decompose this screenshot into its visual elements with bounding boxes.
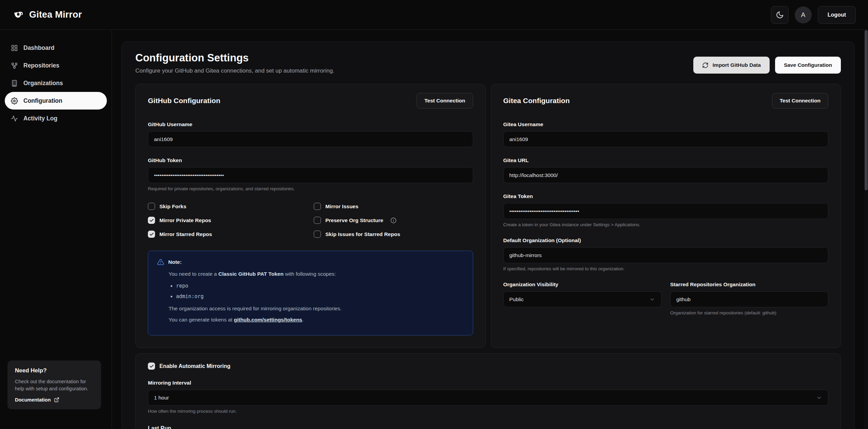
moon-icon <box>776 11 784 19</box>
sidebar-item-label: Activity Log <box>23 115 57 122</box>
note-generate: You can generate tokens at github.com/se… <box>169 316 464 324</box>
option-mirror-starred-repos[interactable]: Mirror Starred Repos <box>148 231 307 238</box>
gitea-token-help: Create a token in your Gitea instance un… <box>503 222 829 227</box>
scrollbar-track[interactable] <box>864 30 868 429</box>
import-button-label: Import GitHub Data <box>713 62 761 68</box>
chevron-down-icon <box>816 395 822 401</box>
option-mirror-private-repos[interactable]: Mirror Private Repos <box>148 217 307 224</box>
main-content: Configuration Settings Configure your Gi… <box>121 41 855 429</box>
user-avatar[interactable]: A <box>795 6 812 23</box>
scrollbar-thumb[interactable] <box>865 30 868 190</box>
github-token-help: Required for private repositories, organ… <box>148 186 473 191</box>
git-fork-icon <box>11 62 18 69</box>
chevron-down-icon <box>649 296 655 303</box>
github-username-input[interactable] <box>148 131 473 147</box>
alert-triangle-icon <box>157 258 164 266</box>
option-mirror-issues[interactable]: Mirror Issues <box>314 203 473 210</box>
starred-org-help: Organization for starred repositories (d… <box>670 310 828 315</box>
option-label: Mirror Starred Repos <box>159 231 212 237</box>
note-title: Note: <box>168 259 182 265</box>
mirroring-interval-select[interactable]: 1 hour <box>148 390 828 406</box>
page-subtitle: Configure your GitHub and Gitea connecti… <box>135 67 334 74</box>
org-visibility-select[interactable]: Public <box>503 291 661 307</box>
sidebar: Dashboard Repositories Organizations Con… <box>0 30 112 429</box>
github-token-input[interactable] <box>148 167 473 183</box>
github-card-title: GitHub Configuration <box>148 97 220 105</box>
gitea-token-label: Gitea Token <box>503 193 829 199</box>
gitea-test-connection-button[interactable]: Test Connection <box>772 93 828 109</box>
option-label: Preserve Org Structure <box>325 217 383 223</box>
sidebar-item-repositories[interactable]: Repositories <box>5 57 107 74</box>
checkbox-icon <box>148 231 155 238</box>
theme-toggle-button[interactable] <box>771 6 789 24</box>
logout-button[interactable]: Logout <box>818 6 856 24</box>
sidebar-item-dashboard[interactable]: Dashboard <box>5 39 107 57</box>
app-title: Gitea Mirror <box>29 9 82 20</box>
automatic-mirroring-card: Enable Automatic Mirroring Mirroring Int… <box>135 353 841 429</box>
mirroring-interval-value: 1 hour <box>154 395 169 401</box>
gitea-url-label: Gitea URL <box>503 157 829 163</box>
starred-org-label: Starred Repositories Organization <box>670 281 828 288</box>
checkbox-icon <box>314 231 321 238</box>
avatar-initial: A <box>801 11 805 19</box>
info-icon[interactable] <box>390 217 397 223</box>
refresh-icon <box>702 62 709 69</box>
gitea-configuration-card: Gitea Configuration Test Connection Gite… <box>491 84 841 348</box>
default-org-help: If specified, repositories will be mirro… <box>503 266 829 271</box>
option-label: Mirror Issues <box>325 203 358 210</box>
activity-pulse-icon <box>11 115 18 122</box>
need-help-title: Need Help? <box>15 367 94 374</box>
option-preserve-org-structure[interactable]: Preserve Org Structure <box>314 217 473 224</box>
checkbox-icon <box>314 217 321 224</box>
gitea-username-input[interactable] <box>503 131 829 147</box>
dashboard-grid-icon <box>11 44 18 52</box>
gitea-token-input[interactable] <box>503 203 829 219</box>
sidebar-item-label: Configuration <box>23 97 62 104</box>
import-github-data-button[interactable]: Import GitHub Data <box>693 57 770 74</box>
note-org-access: The organization access is required for … <box>169 305 464 312</box>
documentation-link-label: Documentation <box>15 397 51 403</box>
org-visibility-value: Public <box>509 296 524 303</box>
mirroring-interval-help: How often the mirroring process should r… <box>148 409 828 414</box>
gitea-cup-logo-icon <box>12 9 24 21</box>
sidebar-item-label: Organizations <box>23 80 63 87</box>
scope-repo: repo <box>176 282 464 290</box>
need-help-card: Need Help? Check out the documentation f… <box>7 360 101 409</box>
external-link-icon <box>54 397 59 403</box>
default-org-label: Default Organization (Optional) <box>503 237 829 243</box>
gitea-card-title: Gitea Configuration <box>503 97 570 105</box>
save-configuration-button[interactable]: Save Configuration <box>775 57 841 74</box>
tokens-settings-link[interactable]: github.com/settings/tokens <box>234 317 302 323</box>
option-label: Skip Issues for Starred Repos <box>325 231 400 237</box>
checkbox-icon <box>148 203 155 210</box>
github-username-label: GitHub Username <box>148 121 473 128</box>
option-skip-forks[interactable]: Skip Forks <box>148 203 307 210</box>
github-token-label: GitHub Token <box>148 157 473 163</box>
last-run-label: Last Run <box>148 425 828 429</box>
starred-org-input[interactable] <box>670 291 828 307</box>
building-icon <box>11 80 18 87</box>
brand: Gitea Mirror <box>12 9 82 21</box>
gitea-url-input[interactable] <box>503 167 829 183</box>
page-title: Configuration Settings <box>135 52 334 64</box>
sidebar-item-configuration[interactable]: Configuration <box>5 92 107 110</box>
checkbox-icon <box>314 203 321 210</box>
documentation-link[interactable]: Documentation <box>15 397 94 403</box>
option-skip-issues-starred[interactable]: Skip Issues for Starred Repos <box>314 231 473 238</box>
org-visibility-label: Organization Visibility <box>503 281 661 288</box>
github-configuration-card: GitHub Configuration Test Connection Git… <box>135 84 486 348</box>
need-help-body: Check out the documentation for help wit… <box>15 378 94 392</box>
sidebar-item-organizations[interactable]: Organizations <box>5 74 107 92</box>
sidebar-item-activity-log[interactable]: Activity Log <box>5 110 107 127</box>
gitea-username-label: Gitea Username <box>503 121 829 128</box>
top-navbar: Gitea Mirror A Logout <box>0 0 868 30</box>
default-org-input[interactable] <box>503 247 829 263</box>
enable-mirroring-label: Enable Automatic Mirroring <box>159 363 230 369</box>
enable-automatic-mirroring-toggle[interactable]: Enable Automatic Mirroring <box>148 363 828 370</box>
checkbox-icon <box>148 363 155 370</box>
mirroring-interval-label: Mirroring Interval <box>148 380 828 386</box>
github-test-connection-button[interactable]: Test Connection <box>417 93 473 109</box>
option-label: Mirror Private Repos <box>159 217 211 223</box>
sidebar-item-label: Repositories <box>23 62 59 69</box>
sidebar-item-label: Dashboard <box>23 44 54 52</box>
